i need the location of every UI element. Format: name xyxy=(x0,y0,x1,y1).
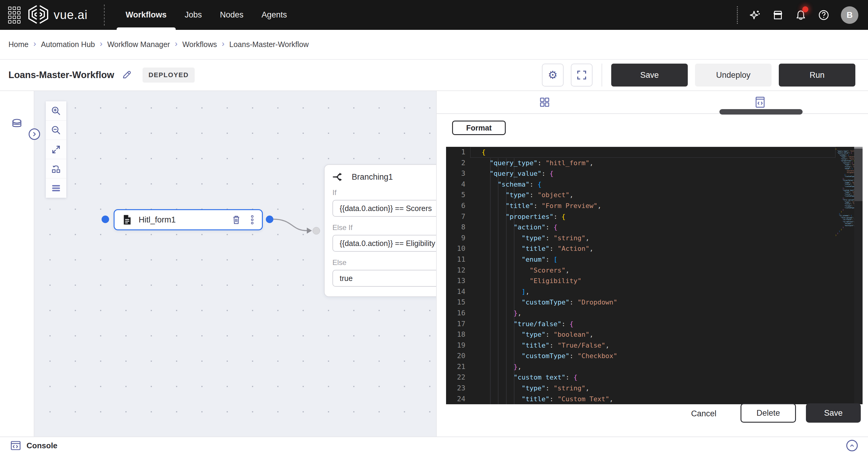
breadcrumb-item[interactable]: Automation Hub xyxy=(41,40,95,49)
undeploy-button[interactable]: Undeploy xyxy=(695,64,772,87)
node-output-port[interactable] xyxy=(266,216,273,223)
code-line: "type": "object", xyxy=(482,190,831,201)
code-line: "true/false": { xyxy=(482,319,831,330)
nav-item-agents[interactable]: Agents xyxy=(253,0,296,30)
condition-label: Else If xyxy=(333,223,436,232)
workflow-canvas[interactable]: Hitl_form1 xyxy=(34,91,436,436)
line-number: 10 xyxy=(446,243,465,254)
code-line: "title": "Action", xyxy=(482,243,831,254)
workflow-header: Loans-Master-Workflow DEPLOYED ⚙ Save Un… xyxy=(0,60,868,91)
code-content[interactable]: { "query_type": "hitl_form", "query_valu… xyxy=(482,147,831,404)
cancel-button[interactable]: Cancel xyxy=(684,404,724,423)
left-rail xyxy=(0,91,34,436)
top-nav: vue.ai WorkflowsJobsNodesAgents xyxy=(0,0,868,30)
nav-dotted-divider xyxy=(737,6,738,24)
breadcrumb-separator: › xyxy=(100,39,102,49)
console-bar[interactable]: Console xyxy=(0,436,868,454)
breadcrumb-item[interactable]: Loans-Master-Workflow xyxy=(229,40,309,49)
save-workflow-button[interactable]: Save xyxy=(611,64,688,87)
notifications-bell-icon[interactable] xyxy=(795,9,807,21)
rail-expand-button[interactable] xyxy=(29,128,40,140)
line-number: 19 xyxy=(446,340,465,351)
breadcrumb-separator: › xyxy=(33,39,36,49)
help-icon[interactable] xyxy=(818,9,830,21)
delete-node-icon[interactable] xyxy=(231,214,241,225)
delete-button[interactable]: Delete xyxy=(741,403,796,423)
breadcrumb-item[interactable]: Home xyxy=(8,40,29,49)
node-hitl-form1[interactable]: Hitl_form1 xyxy=(114,209,263,230)
vue-ai-logo-icon xyxy=(27,4,50,26)
nav-item-nodes[interactable]: Nodes xyxy=(211,0,253,30)
code-line: { xyxy=(482,147,831,158)
node-branching1[interactable]: Branching1 If{{data.0.action}} == Scorer… xyxy=(324,164,436,297)
marketplace-icon[interactable] xyxy=(772,9,784,21)
code-line: "properties": { xyxy=(482,211,831,222)
json-code-editor[interactable]: 1234567891011121314151617181920212223242… xyxy=(446,147,863,404)
code-line: "query_type": "hitl_form", xyxy=(482,158,831,169)
code-line: "title": "True/False", xyxy=(482,340,831,351)
condition-input[interactable]: {{data.0.action}} == Scorers xyxy=(333,200,436,217)
editor-scrollbar[interactable] xyxy=(854,147,863,404)
code-line: "type": "boolean", xyxy=(482,329,831,340)
line-numbers: 1234567891011121314151617181920212223242… xyxy=(446,147,470,404)
node-label: Hitl_form1 xyxy=(138,215,176,224)
breadcrumb-item[interactable]: Workflows xyxy=(182,40,217,49)
format-button[interactable]: Format xyxy=(452,121,506,135)
code-view-icon xyxy=(755,96,766,108)
nav-item-jobs[interactable]: Jobs xyxy=(176,0,211,30)
node-more-options-icon[interactable] xyxy=(250,214,254,225)
panel-save-button[interactable]: Save xyxy=(806,403,861,423)
code-line: "enum": [ xyxy=(482,254,831,265)
line-number: 13 xyxy=(446,276,465,286)
breadcrumb-separator: › xyxy=(222,39,224,49)
panel-tabs xyxy=(437,91,868,114)
gear-icon: ⚙ xyxy=(548,70,558,81)
chevron-right-icon xyxy=(31,131,38,138)
console-expand-button[interactable] xyxy=(846,440,858,451)
line-number: 2 xyxy=(446,158,465,169)
condition-label: If xyxy=(333,188,436,197)
line-number: 22 xyxy=(446,372,465,383)
line-number: 11 xyxy=(446,254,465,265)
breadcrumb-item[interactable]: Workflow Manager xyxy=(107,40,170,49)
actions-divider xyxy=(601,64,602,87)
line-number: 24 xyxy=(446,394,465,404)
user-avatar[interactable]: B xyxy=(841,6,858,24)
grid-view-icon xyxy=(539,96,550,108)
line-number: 20 xyxy=(446,351,465,361)
app-launcher-icon[interactable] xyxy=(8,7,21,24)
page-title: Loans-Master-Workflow xyxy=(8,70,114,81)
nav-item-workflows[interactable]: Workflows xyxy=(117,0,176,30)
config-panel: Format 123456789101112131415161718192021… xyxy=(436,91,868,436)
condition-label: Else xyxy=(333,259,436,267)
fullscreen-button[interactable] xyxy=(571,64,592,87)
condition-input[interactable]: {{data.0.action}} == Eligibility xyxy=(333,235,436,252)
line-number: 16 xyxy=(446,308,465,319)
condition-input[interactable]: true xyxy=(333,270,436,287)
edit-title-icon[interactable] xyxy=(122,70,132,81)
scrollbar-thumb[interactable] xyxy=(854,147,863,201)
node-input-port[interactable] xyxy=(101,216,109,223)
line-number: 5 xyxy=(446,190,465,201)
code-line: "type": "string", xyxy=(482,233,831,244)
data-sources-icon[interactable] xyxy=(11,118,23,131)
fullscreen-icon xyxy=(576,70,587,81)
branching-input-port[interactable] xyxy=(313,227,320,235)
code-line: "schema": { xyxy=(482,179,831,190)
run-button[interactable]: Run xyxy=(779,64,855,87)
sparkle-icon[interactable] xyxy=(749,9,761,21)
editor-minimap[interactable]: { "query_type": "hitl_form", "query_valu… xyxy=(835,148,854,403)
line-number: 18 xyxy=(446,329,465,340)
brand-name: vue.ai xyxy=(54,8,88,22)
line-number: 17 xyxy=(446,319,465,330)
line-number: 3 xyxy=(446,168,465,179)
nav-divider xyxy=(104,4,104,26)
workflow-settings-button[interactable]: ⚙ xyxy=(542,64,564,87)
document-icon xyxy=(122,214,132,225)
notification-badge-dot xyxy=(802,6,808,12)
code-line: "customType": "Dropdown" xyxy=(482,297,831,308)
branching-title: Branching1 xyxy=(352,173,393,182)
code-line: }, xyxy=(482,361,831,372)
tab-form-view[interactable] xyxy=(437,91,652,113)
console-icon xyxy=(10,440,21,451)
